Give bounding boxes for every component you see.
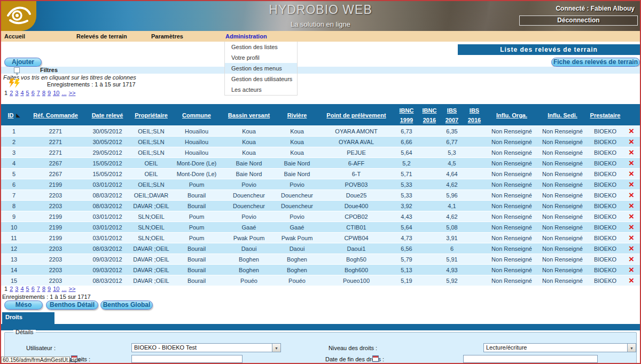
page-link-7[interactable]: 7 [37, 90, 40, 96]
page-link-8[interactable]: 8 [42, 90, 45, 96]
col-sort-link-id[interactable]: ID [8, 112, 14, 118]
dropdown-item-votre-profil[interactable]: Votre profil [225, 52, 297, 63]
col-sort-link-influ-sedi[interactable]: Influ. Sedi. [548, 112, 577, 118]
delete-icon[interactable]: × [629, 275, 634, 286]
col-sort-link-point-prelevement[interactable]: Point de prélèvement [326, 112, 386, 118]
cell-riviere: Baie Nord [277, 169, 317, 179]
col-sort-link-commune[interactable]: Commune [182, 112, 211, 118]
cell-id: 15 [1, 275, 27, 286]
user-select[interactable]: BIOEKO - BIOEKO Test [131, 343, 281, 352]
dropdown-item-gestion-des-menus[interactable]: Gestion des menus [225, 63, 297, 74]
calendar-icon-end[interactable] [372, 355, 379, 362]
delete-icon[interactable]: × [629, 147, 634, 157]
cell-influ-orga: Non Renseigné [486, 265, 537, 275]
col-sort-link-influ-orga[interactable]: Influ. Orga. [496, 112, 527, 118]
cell-date-releve: 03/01/2012 [84, 233, 130, 243]
delete-icon[interactable]: × [629, 201, 634, 211]
cell-influ-sedi: Non Renseigné [537, 137, 588, 147]
col-sort-link-ref-commande[interactable]: Réf. Commande [33, 112, 78, 118]
page-link-5[interactable]: 5 [26, 286, 29, 292]
cell-proprietaire: DAVAR ;OEIL [130, 243, 172, 254]
expand-filters-icon[interactable]: » [14, 67, 20, 73]
page-link-4[interactable]: 4 [20, 90, 24, 96]
col-sort-link-ibs-2016[interactable]: IBS 2016 [468, 107, 481, 123]
col-sort-link-prestataire[interactable]: Prestataire [590, 112, 621, 118]
dropdown-item-gestion-des-listes[interactable]: Gestion des listes [225, 42, 297, 52]
menu-item-parametres[interactable]: Paramètres [151, 31, 183, 42]
menu-item-administration[interactable]: Administration [225, 31, 267, 42]
menu-item-accueil[interactable]: Accueil [4, 31, 25, 42]
cell-ibs-2016 [463, 254, 486, 265]
page-link-3[interactable]: 3 [15, 286, 18, 292]
page-link-8[interactable]: 8 [42, 286, 45, 292]
tab-droits[interactable]: Droits [2, 312, 54, 330]
col-sort-link-bassin-versant[interactable]: Bassin versant [228, 112, 270, 118]
add-button[interactable]: Ajouter [4, 58, 42, 67]
filters-label: Filtres [40, 67, 58, 74]
page-link-6[interactable]: 6 [32, 286, 35, 292]
col-sort-link-ibnc-1999[interactable]: IBNC 1999 [400, 107, 414, 123]
page-link-7[interactable]: 7 [37, 286, 40, 292]
page-link-9[interactable]: 9 [48, 90, 51, 96]
page-next[interactable]: >> [69, 286, 76, 292]
col-sort-link-proprietaire[interactable]: Propriétaire [135, 112, 168, 118]
benthos-detail-button[interactable]: Benthos Détail [46, 300, 98, 310]
dropdown-arrow-icon[interactable] [272, 344, 280, 352]
cell-influ-orga: Non Renseigné [486, 211, 537, 222]
page-link-3[interactable]: 3 [15, 90, 18, 96]
filters-bar[interactable]: » Filtres [1, 67, 640, 74]
cell-id: 9 [1, 211, 27, 222]
date-start-input[interactable] [131, 355, 243, 363]
page-next[interactable]: >> [69, 90, 76, 96]
dropdown-item-les-acteurs[interactable]: Les acteurs [225, 84, 297, 95]
delete-icon[interactable]: × [629, 265, 634, 275]
page-link-10[interactable]: 10 [53, 90, 59, 96]
col-sort-link-ibs-2007[interactable]: IBS 2007 [445, 107, 458, 123]
col-sort-link-riviere[interactable]: Rivière [287, 112, 307, 118]
meso-button[interactable]: Méso [4, 300, 43, 310]
dropdown-item-gestion-des-utilisateurs[interactable]: Gestion des utilisateurs [225, 74, 297, 84]
cell-proprietaire: SLN;OEIL [130, 222, 172, 233]
dropdown-arrow-icon[interactable] [627, 344, 636, 352]
delete-icon[interactable]: × [629, 179, 634, 189]
delete-icon[interactable]: × [629, 254, 634, 264]
delete-icon[interactable]: × [629, 169, 634, 179]
connected-user-label: Connecté : Fabien Albouy [556, 5, 635, 12]
delete-icon[interactable]: × [629, 190, 634, 200]
page-link-5[interactable]: 5 [26, 90, 29, 96]
page-ellipsis[interactable]: ... [61, 90, 66, 96]
delete-icon[interactable]: × [629, 158, 634, 168]
page-link-4[interactable]: 4 [20, 286, 24, 292]
rights-level-select[interactable]: Lecture/écriture [483, 343, 636, 352]
cell-proprietaire: OEIL;SLN [130, 147, 172, 158]
date-end-input[interactable] [463, 355, 598, 363]
fiche-releves-button[interactable]: Fiche des relevés de terrain [551, 58, 640, 67]
delete-icon[interactable]: × [629, 211, 634, 221]
table-row: 14220309/03/2012DAVAR ;OEILBourailBoghen… [1, 265, 640, 275]
delete-icon[interactable]: × [629, 243, 634, 254]
page-link-2[interactable]: 2 [10, 90, 13, 96]
cell-commune: Poum [172, 233, 221, 243]
page-link-6[interactable]: 6 [32, 90, 35, 96]
col-sort-link-ibnc-2016[interactable]: IBNC 2016 [423, 107, 437, 123]
page-link-2[interactable]: 2 [10, 286, 13, 292]
page-link-9[interactable]: 9 [48, 286, 51, 292]
cell-delete: × [623, 243, 640, 254]
table-row: 5226715/05/2012OEILMont-Dore (Le)Baie No… [1, 169, 640, 179]
refresh-icon[interactable] [9, 78, 22, 90]
delete-icon[interactable]: × [629, 137, 634, 147]
benthos-global-button[interactable]: Benthos Global [100, 300, 153, 310]
delete-icon[interactable]: × [629, 233, 634, 243]
delete-icon[interactable]: × [629, 222, 634, 232]
table-row: 8220308/03/2012DAVAR ;OEILBourailDouench… [1, 201, 640, 211]
cell-influ-orga: Non Renseigné [486, 222, 537, 233]
cell-ibnc-1999: 5,71 [395, 169, 418, 179]
page-ellipsis[interactable]: ... [61, 286, 66, 292]
menu-item-releves-de-terrain[interactable]: Relevés de terrain [76, 31, 127, 42]
cell-ibnc-2016 [418, 179, 441, 190]
logout-button[interactable]: Déconnection [519, 15, 638, 26]
cell-riviere: Baie Nord [277, 158, 317, 169]
col-sort-link-date-releve[interactable]: Date relevé [92, 112, 123, 118]
delete-icon[interactable]: × [629, 126, 634, 136]
page-link-10[interactable]: 10 [53, 286, 59, 292]
